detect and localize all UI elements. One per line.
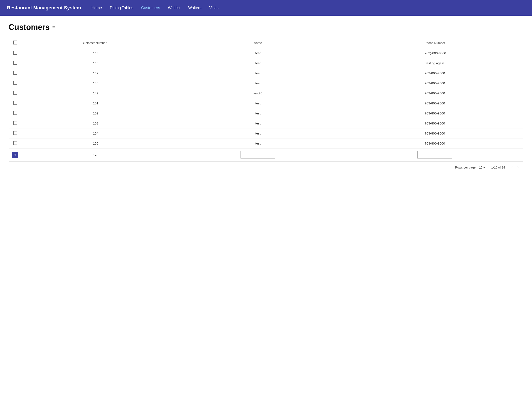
row-checkbox-cell	[9, 58, 22, 68]
row-checkbox-cell	[9, 138, 22, 149]
row-name: test	[169, 68, 346, 78]
row-name: test	[169, 58, 346, 68]
table-row: 143 test (763)-800-9000	[9, 48, 523, 58]
rows-per-page-label: Rows per page:	[455, 166, 477, 169]
table-row: 147 test 763-800-9000	[9, 68, 523, 78]
row-customer-number: 153	[22, 118, 169, 128]
row-phone-number: 763-800-9000	[346, 108, 523, 118]
row-name: test	[169, 128, 346, 138]
new-row-phone-cell	[346, 149, 523, 161]
table-row: 155 test 763-800-9000	[9, 138, 523, 149]
row-name: test	[169, 118, 346, 128]
row-phone-number: 763-800-9000	[346, 78, 523, 88]
filter-icon[interactable]: ≡	[52, 25, 55, 30]
row-phone-number: 763-800-9000	[346, 128, 523, 138]
table-row: 154 test 763-800-9000	[9, 128, 523, 138]
main-content: Customers ≡ Customer Number ↑ Name Phone…	[0, 16, 532, 180]
row-checkbox-4[interactable]	[13, 91, 17, 95]
row-checkbox-cell	[9, 88, 22, 98]
row-checkbox-0[interactable]	[13, 51, 17, 55]
new-row-name-cell	[169, 149, 346, 161]
row-phone-number: 763-800-9000	[346, 118, 523, 128]
row-checkbox-3[interactable]	[13, 81, 17, 85]
row-checkbox-5[interactable]	[13, 101, 17, 105]
row-name: test	[169, 98, 346, 108]
row-checkbox-cell	[9, 48, 22, 58]
row-customer-number: 152	[22, 108, 169, 118]
sort-asc-icon: ↑	[108, 42, 109, 45]
row-name: test	[169, 138, 346, 149]
table-footer: Rows per page: 10 25 50 1-10 of 24 ‹ ›	[9, 161, 523, 173]
row-phone-number: testing again	[346, 58, 523, 68]
row-phone-number: 763-800-9000	[346, 98, 523, 108]
col-name[interactable]: Name	[169, 38, 346, 48]
row-checkbox-2[interactable]	[13, 71, 17, 75]
new-row: + 173	[9, 149, 523, 161]
row-phone-number: 763-800-9000	[346, 88, 523, 98]
nav-link-visits[interactable]: Visits	[209, 6, 218, 10]
nav-link-waiters[interactable]: Waiters	[188, 6, 201, 10]
table-row: 149 test20 763-800-9000	[9, 88, 523, 98]
rows-per-page-select[interactable]: 10 25 50	[478, 166, 486, 169]
row-checkbox-cell	[9, 108, 22, 118]
rows-per-page-control: Rows per page: 10 25 50	[455, 166, 486, 169]
col-phone-number[interactable]: Phone Number	[346, 38, 523, 48]
navbar: Restaurant Management System Home Dining…	[0, 0, 532, 16]
pagination-range: 1-10 of 24	[491, 166, 505, 169]
table-row: 145 test testing again	[9, 58, 523, 68]
nav-links: Home Dining Tables Customers Waitlist Wa…	[91, 6, 218, 10]
prev-page-button[interactable]: ‹	[510, 165, 514, 170]
row-name: test	[169, 48, 346, 58]
table-header-row: Customer Number ↑ Name Phone Number	[9, 38, 523, 48]
row-customer-number: 149	[22, 88, 169, 98]
row-customer-number: 154	[22, 128, 169, 138]
new-row-number-cell: 173	[22, 149, 169, 161]
row-checkbox-cell	[9, 78, 22, 88]
row-checkbox-cell	[9, 98, 22, 108]
col-checkbox	[9, 38, 22, 48]
table-row: 148 test 763-800-9000	[9, 78, 523, 88]
add-row-button[interactable]: +	[12, 152, 18, 158]
nav-link-home[interactable]: Home	[91, 6, 102, 10]
row-name: test	[169, 78, 346, 88]
row-checkbox-9[interactable]	[13, 141, 17, 145]
row-customer-number: 151	[22, 98, 169, 108]
nav-link-waitlist[interactable]: Waitlist	[168, 6, 180, 10]
row-customer-number: 148	[22, 78, 169, 88]
new-row-add-cell: +	[9, 149, 22, 161]
row-name: test	[169, 108, 346, 118]
row-phone-number: (763)-800-9000	[346, 48, 523, 58]
row-checkbox-8[interactable]	[13, 131, 17, 135]
table-container: Customer Number ↑ Name Phone Number 143 …	[9, 38, 523, 161]
row-checkbox-6[interactable]	[13, 111, 17, 115]
row-checkbox-1[interactable]	[13, 61, 17, 65]
select-all-checkbox[interactable]	[13, 41, 17, 44]
row-checkbox-7[interactable]	[13, 121, 17, 125]
page-title: Customers	[9, 23, 50, 32]
row-customer-number: 155	[22, 138, 169, 149]
table-row: 151 test 763-800-9000	[9, 98, 523, 108]
col-customer-number[interactable]: Customer Number ↑	[22, 38, 169, 48]
row-name: test20	[169, 88, 346, 98]
row-phone-number: 763-800-9000	[346, 138, 523, 149]
row-customer-number: 145	[22, 58, 169, 68]
row-phone-number: 763-800-9000	[346, 68, 523, 78]
row-checkbox-cell	[9, 128, 22, 138]
nav-link-dining-tables[interactable]: Dining Tables	[110, 6, 133, 10]
customers-table: Customer Number ↑ Name Phone Number 143 …	[9, 38, 523, 161]
pagination-nav: ‹ ›	[510, 165, 520, 170]
nav-link-customers[interactable]: Customers	[141, 6, 160, 10]
new-phone-input[interactable]	[417, 151, 452, 159]
next-page-button[interactable]: ›	[516, 165, 520, 170]
row-checkbox-cell	[9, 118, 22, 128]
new-name-input[interactable]	[241, 151, 275, 159]
table-body: 143 test (763)-800-9000 145 test testing…	[9, 48, 523, 161]
table-row: 153 test 763-800-9000	[9, 118, 523, 128]
table-row: 152 test 763-800-9000	[9, 108, 523, 118]
row-checkbox-cell	[9, 68, 22, 78]
row-customer-number: 147	[22, 68, 169, 78]
page-title-row: Customers ≡	[9, 23, 523, 32]
row-customer-number: 143	[22, 48, 169, 58]
nav-brand: Restaurant Management System	[7, 5, 81, 11]
